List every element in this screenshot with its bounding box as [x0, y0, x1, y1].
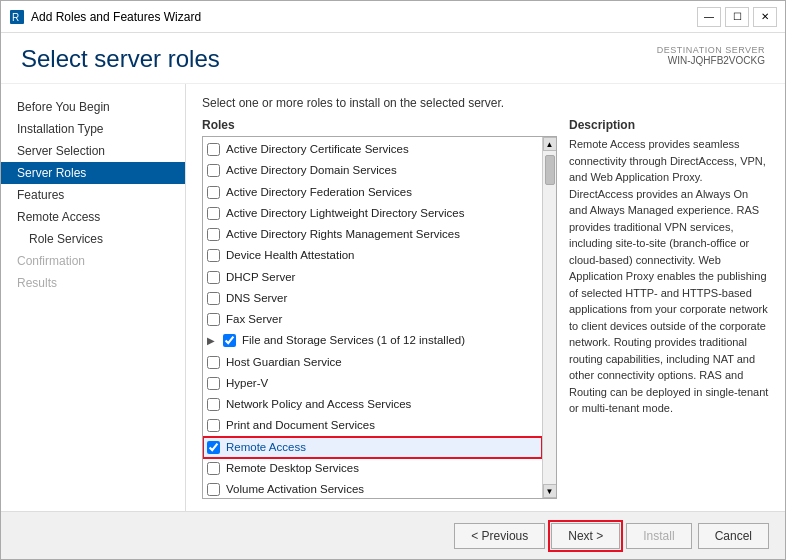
role-label: DNS Server — [226, 290, 287, 307]
title-bar-left: R Add Roles and Features Wizard — [9, 9, 201, 25]
role-label-remote-access: Remote Access — [226, 439, 306, 456]
role-label: Active Directory Federation Services — [226, 184, 412, 201]
role-label: File and Storage Services (1 of 12 insta… — [242, 332, 465, 349]
role-checkbox[interactable] — [207, 356, 220, 369]
list-item[interactable]: Active Directory Domain Services — [203, 160, 542, 181]
content-area: Select one or more roles to install on t… — [186, 84, 785, 511]
content-instruction: Select one or more roles to install on t… — [202, 96, 769, 110]
list-item[interactable]: Remote Desktop Services — [203, 458, 542, 479]
role-label: Network Policy and Access Services — [226, 396, 411, 413]
scroll-up-button[interactable]: ▲ — [543, 137, 557, 151]
list-item[interactable]: Host Guardian Service — [203, 352, 542, 373]
sidebar-item-installation-type[interactable]: Installation Type — [1, 118, 185, 140]
minimize-button[interactable]: — — [697, 7, 721, 27]
page-title: Select server roles — [21, 45, 220, 73]
role-checkbox-remote-access[interactable] — [207, 441, 220, 454]
expand-icon: ▶ — [207, 333, 219, 348]
role-label: Print and Document Services — [226, 417, 375, 434]
list-item[interactable]: ▶ File and Storage Services (1 of 12 ins… — [203, 330, 542, 351]
role-label: DHCP Server — [226, 269, 295, 286]
role-label: Active Directory Lightweight Directory S… — [226, 205, 464, 222]
list-item[interactable]: DNS Server — [203, 288, 542, 309]
description-panel: Description Remote Access provides seaml… — [569, 118, 769, 499]
role-checkbox[interactable] — [207, 207, 220, 220]
sidebar-item-role-services[interactable]: Role Services — [1, 228, 185, 250]
sidebar-item-remote-access[interactable]: Remote Access — [1, 206, 185, 228]
role-label: Active Directory Certificate Services — [226, 141, 409, 158]
server-name: WIN-JQHFB2VOCKG — [657, 55, 765, 66]
role-checkbox[interactable] — [207, 143, 220, 156]
list-item[interactable]: Active Directory Federation Services — [203, 182, 542, 203]
page-header: Select server roles DESTINATION SERVER W… — [1, 33, 785, 84]
sidebar-item-before-you-begin[interactable]: Before You Begin — [1, 96, 185, 118]
close-button[interactable]: ✕ — [753, 7, 777, 27]
list-item[interactable]: Print and Document Services — [203, 415, 542, 436]
role-checkbox[interactable] — [207, 164, 220, 177]
role-label: Remote Desktop Services — [226, 460, 359, 477]
sidebar-item-results: Results — [1, 272, 185, 294]
roles-panel: Roles Active Directory Certificate Servi… — [202, 118, 557, 499]
roles-header: Roles — [202, 118, 557, 132]
previous-button[interactable]: < Previous — [454, 523, 545, 549]
role-label: Host Guardian Service — [226, 354, 342, 371]
roles-list: Active Directory Certificate Services Ac… — [203, 137, 556, 498]
roles-desc-area: Roles Active Directory Certificate Servi… — [202, 118, 769, 499]
list-item[interactable]: Volume Activation Services — [203, 479, 542, 498]
sidebar-item-server-selection[interactable]: Server Selection — [1, 140, 185, 162]
role-label: Active Directory Rights Management Servi… — [226, 226, 460, 243]
role-checkbox[interactable] — [207, 186, 220, 199]
role-checkbox[interactable] — [207, 398, 220, 411]
sidebar: Before You Begin Installation Type Serve… — [1, 84, 186, 511]
scroll-down-button[interactable]: ▼ — [543, 484, 557, 498]
title-bar: R Add Roles and Features Wizard — ☐ ✕ — [1, 1, 785, 33]
maximize-button[interactable]: ☐ — [725, 7, 749, 27]
list-item[interactable]: Active Directory Rights Management Servi… — [203, 224, 542, 245]
window-controls: — ☐ ✕ — [697, 7, 777, 27]
svg-text:R: R — [12, 12, 19, 23]
window-title: Add Roles and Features Wizard — [31, 10, 201, 24]
role-label: Volume Activation Services — [226, 481, 364, 498]
list-item[interactable]: Device Health Attestation — [203, 245, 542, 266]
role-label: Hyper-V — [226, 375, 268, 392]
role-checkbox[interactable] — [207, 313, 220, 326]
wizard-icon: R — [9, 9, 25, 25]
role-checkbox[interactable] — [207, 292, 220, 305]
role-label: Device Health Attestation — [226, 247, 355, 264]
main-wrapper: Select server roles DESTINATION SERVER W… — [1, 33, 785, 559]
role-checkbox[interactable] — [207, 249, 220, 262]
scroll-thumb[interactable] — [545, 155, 555, 185]
description-header: Description — [569, 118, 769, 132]
sidebar-item-confirmation: Confirmation — [1, 250, 185, 272]
role-checkbox[interactable] — [223, 334, 236, 347]
destination-server: DESTINATION SERVER WIN-JQHFB2VOCKG — [657, 45, 765, 66]
role-checkbox[interactable] — [207, 228, 220, 241]
role-checkbox[interactable] — [207, 462, 220, 475]
footer: < Previous Next > Install Cancel — [1, 511, 785, 559]
list-item[interactable]: Active Directory Certificate Services — [203, 139, 542, 160]
scrollbar[interactable]: ▲ ▼ — [542, 137, 556, 498]
install-button: Install — [626, 523, 691, 549]
role-checkbox[interactable] — [207, 377, 220, 390]
list-item[interactable]: Hyper-V — [203, 373, 542, 394]
sidebar-item-server-roles[interactable]: Server Roles — [1, 162, 185, 184]
cancel-button[interactable]: Cancel — [698, 523, 769, 549]
next-button[interactable]: Next > — [551, 523, 620, 549]
list-item[interactable]: DHCP Server — [203, 267, 542, 288]
list-item[interactable]: Network Policy and Access Services — [203, 394, 542, 415]
role-label: Fax Server — [226, 311, 282, 328]
body-area: Before You Begin Installation Type Serve… — [1, 84, 785, 511]
roles-list-wrapper: Active Directory Certificate Services Ac… — [202, 136, 557, 499]
sidebar-item-features[interactable]: Features — [1, 184, 185, 206]
role-label: Active Directory Domain Services — [226, 162, 397, 179]
role-checkbox[interactable] — [207, 419, 220, 432]
main-window: R Add Roles and Features Wizard — ☐ ✕ Se… — [0, 0, 786, 560]
list-item-remote-access[interactable]: Remote Access — [203, 437, 542, 458]
list-item[interactable]: Fax Server — [203, 309, 542, 330]
role-checkbox[interactable] — [207, 271, 220, 284]
list-item[interactable]: Active Directory Lightweight Directory S… — [203, 203, 542, 224]
role-checkbox[interactable] — [207, 483, 220, 496]
description-text: Remote Access provides seamless connecti… — [569, 136, 769, 417]
page-title-area: Select server roles — [21, 45, 220, 75]
destination-label: DESTINATION SERVER — [657, 45, 765, 55]
